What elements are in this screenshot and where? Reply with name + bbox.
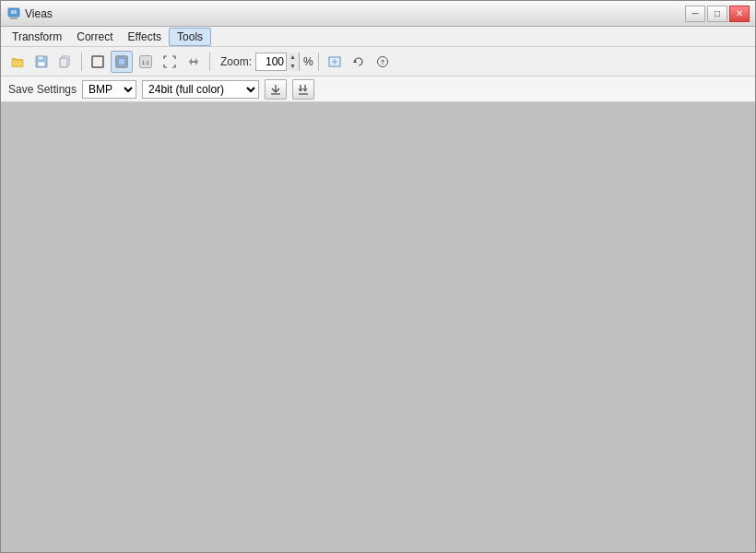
svg-rect-13 [118,58,125,65]
rotate-canvas-icon [352,55,365,68]
svg-rect-5 [12,59,23,61]
toolbar-sep-3 [318,53,319,71]
save-settings-label: Save Settings [8,83,77,96]
actual-size-icon: 1:1 [139,55,152,68]
rotate-canvas-button[interactable] [348,51,370,73]
menu-bar: Transform Correct Effects Tools [1,27,755,47]
svg-marker-20 [353,59,357,63]
help-icon: ? [376,55,389,68]
menu-item-transform[interactable]: Transform [5,29,69,45]
zoom-down-button[interactable]: ▼ [286,62,299,71]
copy-button[interactable] [54,51,77,73]
app-icon [6,6,21,21]
copy-icon [59,55,72,68]
save-action-button-2[interactable] [292,79,314,100]
title-bar: Vieas ─ □ ✕ [1,1,755,27]
svg-text:1:1: 1:1 [142,59,150,65]
menu-item-correct[interactable]: Correct [69,29,120,45]
save-action-icon-1 [269,83,282,96]
fullscreen-icon [163,55,176,68]
actual-size-button[interactable]: 1:1 [135,51,157,73]
app-window: Vieas ─ □ ✕ Transform Correct Effects To… [0,0,756,553]
svg-rect-1 [10,18,18,19]
zoom-percent: % [303,55,313,68]
close-button[interactable]: ✕ [729,6,750,22]
minimize-button[interactable]: ─ [685,6,705,22]
save-icon [35,55,48,68]
toolbar-sep-1 [81,53,82,71]
save-button[interactable] [30,51,53,73]
zoom-up-button[interactable]: ▲ [286,53,299,62]
fit-view-icon [115,55,128,68]
zoom-label: Zoom: [220,55,252,68]
window-title: Vieas [25,7,685,20]
svg-rect-10 [60,58,67,67]
fit-canvas-button[interactable] [324,51,346,73]
toolbar-sep-2 [209,53,210,71]
svg-rect-11 [92,56,103,67]
svg-rect-2 [11,10,17,14]
rect-view-button[interactable] [87,51,109,73]
help-button[interactable]: ? [372,51,394,73]
toolbar: 1:1 Zoom: ▲ ▼ % [1,47,755,76]
restore-button[interactable]: □ [707,6,727,22]
save-action-icon-2 [297,83,310,96]
save-settings-bar: Save Settings BMP JPEG PNG GIF TIFF WebP… [1,76,755,102]
fit-canvas-icon [328,55,341,68]
fit-view-button[interactable] [111,51,133,73]
canvas-area [1,102,755,552]
menu-item-tools[interactable]: Tools [169,28,211,46]
svg-rect-8 [38,62,45,66]
format-select[interactable]: BMP JPEG PNG GIF TIFF WebP [82,80,136,99]
save-action-button-1[interactable] [265,79,287,100]
depth-select[interactable]: 24bit (full color) 8bit (256 colors) 4bi… [142,80,259,99]
svg-text:?: ? [381,59,384,65]
zoom-input[interactable] [256,55,286,68]
flip-button[interactable] [183,51,205,73]
svg-rect-7 [38,56,43,60]
rect-view-icon [91,55,104,68]
flip-icon [187,55,200,68]
svg-line-24 [272,88,276,92]
open-button[interactable] [6,51,29,73]
fullscreen-button[interactable] [159,51,181,73]
open-icon [11,55,24,68]
zoom-spinner: ▲ ▼ [286,53,299,71]
window-controls: ─ □ ✕ [685,6,750,22]
zoom-control: ▲ ▼ [255,53,300,71]
menu-item-effects[interactable]: Effects [121,29,169,45]
svg-line-25 [276,88,279,92]
